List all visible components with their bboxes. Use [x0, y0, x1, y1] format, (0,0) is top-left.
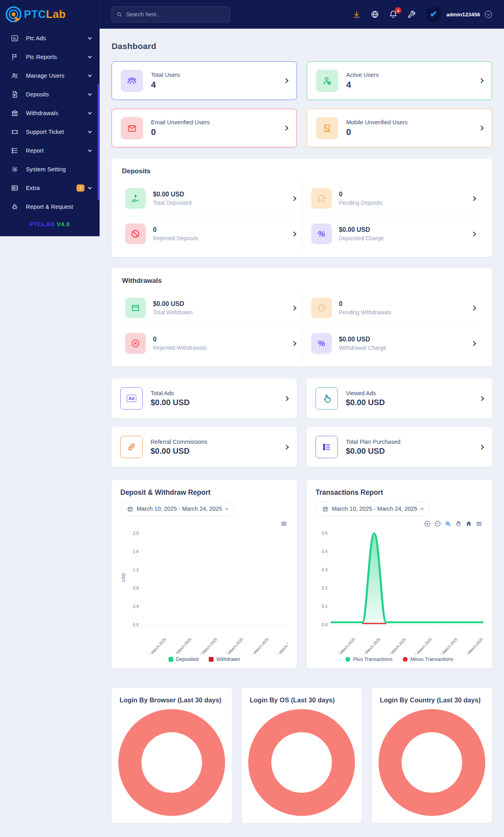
rejected-deposits-item[interactable]: 0 Rejected Deposits [122, 216, 302, 251]
charts-grid: Deposit & Withdraw Report March 10, 2025… [112, 480, 492, 668]
y-tick-label: 0.2 [316, 586, 328, 590]
globe-icon[interactable] [371, 10, 379, 19]
referral-commissions-card[interactable]: Referral Commissions $0.00 USD [112, 427, 297, 467]
rejected-withdrawals-item[interactable]: 0 Rejected Withdrawals [122, 325, 302, 361]
login-browser-donut-chart[interactable] [118, 709, 225, 816]
plot-area[interactable] [142, 529, 288, 625]
home-reset-icon[interactable] [465, 520, 472, 527]
sidebar-item-ptc-reports[interactable]: Ptc Reports [0, 47, 99, 66]
y-tick-label: 0.4 [127, 604, 139, 609]
sidebar-item-label: Withdrawals [26, 110, 88, 116]
email-unverified-card[interactable]: Email Unverified Users 0 [112, 109, 297, 147]
login-os-donut-chart[interactable] [248, 709, 355, 816]
sidebar-item-ptc-ads[interactable]: Ptc Ads [0, 29, 99, 47]
download-icon[interactable] [352, 10, 361, 19]
chevron-down-icon [88, 35, 92, 39]
login-country-donut-chart[interactable] [378, 709, 485, 816]
zoom-in-icon[interactable] [424, 520, 431, 527]
pending-withdrawals-item[interactable]: 0 Pending Withdrawals [302, 290, 482, 325]
sidebar-item-system-setting[interactable]: System Setting [0, 160, 99, 178]
username: admin123456 [446, 12, 480, 18]
chevron-right-icon [471, 231, 476, 237]
profile-dropdown-icon[interactable] [485, 11, 492, 18]
chart-legend: Deposited Withdrawn [120, 657, 288, 662]
sidebar-item-label: Ptc Reports [26, 54, 88, 60]
chevron-right-icon [284, 396, 289, 401]
y-tick-label: 1.6 [127, 549, 139, 554]
deposited-charge-item[interactable]: % $0.00 USD Deposited Charge [302, 216, 482, 251]
login-by-browser-card: Login By Browser (Last 30 days) [112, 688, 232, 823]
sidebar-item-extra[interactable]: Extra ! [0, 178, 99, 197]
withdrawal-charge-item[interactable]: % $0.00 USD Withdrawal Charge [302, 325, 482, 361]
y-tick-label: 0.3 [316, 568, 328, 572]
sidebar-item-deposits[interactable]: Deposits [0, 85, 99, 104]
search-input[interactable] [126, 11, 225, 18]
item-value: $0.00 USD [339, 336, 386, 343]
chevron-right-icon [284, 445, 289, 450]
chevron-right-icon [291, 341, 296, 346]
stat-value: 4 [346, 80, 378, 90]
search-box[interactable] [112, 6, 230, 22]
invoice-dollar-icon [11, 90, 19, 98]
pointer-hand-icon [316, 387, 338, 410]
legend-swatch [169, 657, 173, 662]
total-ads-card[interactable]: Ad Total Ads $0.00 USD [112, 378, 297, 418]
transactions-area-series [331, 529, 483, 625]
wrench-icon[interactable] [407, 10, 416, 19]
sidebar-item-label: Ptc Ads [26, 35, 88, 41]
sidebar-item-report-request[interactable]: Report & Request [0, 197, 99, 216]
sidebar-item-manage-users[interactable]: Manage Users [0, 66, 99, 85]
selection-zoom-icon[interactable] [445, 520, 451, 527]
chevron-right-icon [471, 341, 476, 346]
metric-label: Total Ads [151, 390, 190, 396]
deposits-panel: Deposits $0.00 USD Total Deposited 0 Pen… [112, 159, 492, 257]
menu-icon[interactable] [476, 520, 482, 527]
chart-title: Transactions Report [316, 488, 483, 497]
chart-title: Deposit & Withdraw Report [120, 488, 288, 497]
chart-legend: Plus Transactions Minus Transactions [316, 657, 483, 662]
app-logo[interactable]: ➤ PTCLab [0, 0, 99, 28]
notifications-bell-icon[interactable]: 4 [389, 10, 398, 19]
chevron-right-icon [283, 125, 288, 131]
item-value: $0.00 USD [339, 226, 384, 233]
sidebar-scrollbar[interactable] [98, 84, 99, 200]
viewed-ads-card[interactable]: Viewed Ads $0.00 USD [307, 378, 492, 418]
spinner-icon [311, 298, 332, 318]
sidebar-item-report[interactable]: Report [0, 141, 99, 160]
item-label: Rejected Deposits [153, 235, 198, 241]
item-label: Total Deposited [153, 200, 192, 206]
legend-item[interactable]: Plus Transactions [345, 657, 392, 662]
plot-area[interactable] [331, 529, 483, 625]
date-range-select[interactable]: March 10, 2025 - March 24, 2025 [316, 502, 430, 516]
metric-label: Viewed Ads [346, 390, 385, 396]
sidebar-item-support-ticket[interactable]: Support Ticket [0, 122, 99, 141]
item-value: 0 [339, 300, 392, 308]
plan-list-icon [316, 436, 338, 458]
item-label: Pending Withdrawals [339, 309, 392, 316]
total-withdrawn-item[interactable]: $0.00 USD Total Withdrawn [122, 290, 302, 325]
donut-title: Login By Browser (Last 30 days) [120, 696, 224, 705]
active-users-card[interactable]: Active Users 4 [307, 61, 492, 100]
menu-icon[interactable] [280, 520, 287, 527]
total-deposited-item[interactable]: $0.00 USD Total Deposited [122, 181, 302, 216]
x-axis-ticks: 10-March-202511-March-202512-March-20251… [142, 629, 288, 654]
sidebar-item-label: System Setting [26, 166, 91, 172]
total-plan-purchased-card[interactable]: Total Plan Purchased $0.00 USD [307, 427, 492, 467]
total-users-card[interactable]: Total Users 4 [112, 61, 297, 100]
legend-item[interactable]: Deposited [169, 657, 198, 662]
zoom-out-icon[interactable] [434, 520, 441, 527]
table-icon [11, 184, 19, 192]
date-range-select[interactable]: March 10, 2025 - March 24, 2025 [120, 502, 235, 516]
sidebar-item-withdrawals[interactable]: Withdrawals [0, 104, 99, 122]
logo-target-icon: ➤ [6, 6, 22, 22]
pending-deposits-item[interactable]: 0 Pending Deposits [302, 181, 482, 216]
ban-icon [125, 223, 146, 244]
top-header: 4 ✔ admin123456 [100, 0, 504, 29]
avatar[interactable]: ✔ [426, 6, 441, 22]
legend-item[interactable]: Minus Transactions [403, 657, 453, 662]
chevron-right-icon [471, 196, 476, 201]
chevron-down-icon [420, 507, 424, 510]
pan-hand-icon[interactable] [455, 520, 462, 527]
mobile-unverified-card[interactable]: Mobile Unverified Users 0 [307, 109, 492, 147]
legend-item[interactable]: Withdrawn [209, 657, 240, 662]
